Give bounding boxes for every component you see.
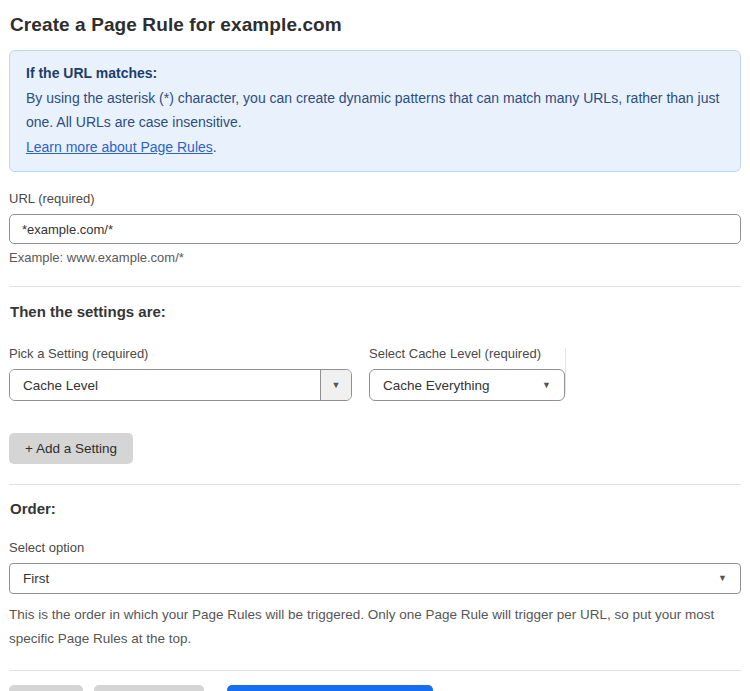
url-field-label: URL (required) bbox=[9, 191, 741, 206]
form-actions: Cancel Save as Draft Save and Deploy Pag… bbox=[9, 685, 741, 691]
setting-picker-value: Cache Level bbox=[10, 370, 320, 400]
order-help-text: This is the order in which your Page Rul… bbox=[9, 603, 741, 651]
order-select-value: First bbox=[23, 571, 49, 586]
setting-picker-group: Pick a Setting (required) Cache Level ▼ bbox=[9, 346, 352, 401]
page-title: Create a Page Rule for example.com bbox=[10, 14, 740, 36]
divider bbox=[9, 670, 741, 671]
cancel-button[interactable]: Cancel bbox=[9, 685, 83, 691]
setting-picker-arrow-box[interactable]: ▼ bbox=[320, 370, 351, 400]
info-box-heading: If the URL matches: bbox=[26, 61, 724, 86]
cache-level-label: Select Cache Level (required) bbox=[369, 346, 565, 361]
url-example-text: Example: www.example.com/* bbox=[9, 250, 741, 265]
cache-level-select[interactable]: Cache Everything ▼ bbox=[369, 369, 565, 401]
order-section-heading: Order: bbox=[10, 500, 740, 517]
link-suffix: . bbox=[213, 139, 217, 155]
cache-level-group: Select Cache Level (required) Cache Ever… bbox=[369, 346, 565, 401]
order-select-label: Select option bbox=[9, 540, 741, 555]
chevron-down-icon: ▼ bbox=[332, 381, 341, 390]
chevron-down-icon: ▼ bbox=[542, 381, 551, 390]
url-match-info-box: If the URL matches: By using the asteris… bbox=[9, 50, 741, 172]
learn-more-link[interactable]: Learn more about Page Rules bbox=[26, 139, 213, 155]
page-rule-form: Create a Page Rule for example.com If th… bbox=[0, 0, 750, 691]
save-as-draft-button[interactable]: Save as Draft bbox=[94, 685, 204, 691]
settings-column-divider bbox=[565, 348, 566, 394]
settings-section-heading: Then the settings are: bbox=[10, 303, 740, 320]
add-setting-button[interactable]: + Add a Setting bbox=[9, 433, 133, 464]
divider bbox=[9, 286, 741, 287]
url-input[interactable] bbox=[9, 214, 741, 244]
settings-row: Pick a Setting (required) Cache Level ▼ … bbox=[9, 346, 741, 401]
setting-picker-label: Pick a Setting (required) bbox=[9, 346, 352, 361]
info-box-body: By using the asterisk (*) character, you… bbox=[26, 86, 724, 135]
chevron-down-icon: ▼ bbox=[718, 574, 727, 583]
order-select[interactable]: First ▼ bbox=[9, 563, 741, 594]
save-and-deploy-button[interactable]: Save and Deploy Page Rule bbox=[227, 685, 433, 691]
cache-level-value: Cache Everything bbox=[383, 378, 490, 393]
divider bbox=[9, 484, 741, 485]
setting-picker-select[interactable]: Cache Level ▼ bbox=[9, 369, 352, 401]
info-box-link-line: Learn more about Page Rules. bbox=[26, 135, 724, 160]
